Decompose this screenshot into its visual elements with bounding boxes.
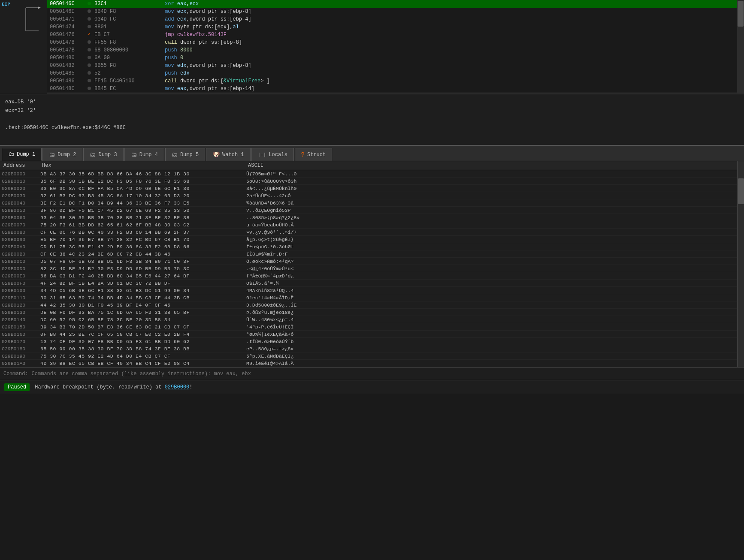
locals-icon: |-| [258, 152, 266, 157]
mem-row-hex: 75 30 7C 35 45 92 E2 4D 64 D0 E4 CB C7 C… [39, 352, 245, 360]
disasm-dot [86, 39, 93, 46]
disasm-row[interactable]: 00501480 6A 00 push 0 [47, 54, 737, 62]
flow-lines-svg [17, 0, 47, 94]
disasm-hex: 8801 [93, 23, 161, 31]
disasm-row[interactable]: 00501476 ^ EB C7 jmp cwlkewfbz.50143F [47, 31, 737, 39]
memory-row[interactable]: 029B00B0 CF CE 38 4C 23 24 BE 6D CC 72 0… [0, 250, 737, 258]
disasm-hex: EB C7 [93, 31, 161, 39]
disasm-hex: 8B45 EC [93, 85, 161, 93]
disasm-hex: FF15 5C405100 [93, 77, 161, 85]
mem-row-ascii: D.Ðd5800±ðE9¿..ÍE [245, 301, 737, 309]
mem-row-ascii: ..8035»;p8»q?¿2¿8» [245, 214, 737, 221]
mem-row-hex: CF CE 38 4C 23 24 BE 6D CC 72 0B 44 3B 4… [39, 250, 245, 258]
memory-row[interactable]: 029B0110 30 31 65 63 B9 74 34 BB 4D 34 B… [0, 294, 737, 301]
mem-row-ascii: eP..580¿p=.t>¿8» [245, 345, 737, 352]
mem-row-addr: 029B0120 [0, 301, 39, 309]
disasm-row[interactable]: 00501486 FF15 5C405100 call dword ptr ds… [47, 77, 737, 85]
memory-row[interactable]: 029B0010 35 6F DB 38 1B BE E2 DC F3 D5 F… [0, 178, 737, 185]
mem-row-addr: 029B00C0 [0, 258, 39, 265]
mem-row-ascii: å¿p.6ç»t(2ü½gÈ±} [245, 236, 737, 243]
tab-dump4[interactable]: 🗂 Dump 4 [124, 148, 164, 161]
disasm-row[interactable]: 00501485 52 push edx [47, 69, 737, 77]
mem-row-hex: 82 3C 40 BF 34 B2 30 F3 D9 DD 6D BB D9 B… [39, 265, 245, 272]
mem-header-ascii: ASCII [248, 163, 734, 169]
disasm-row[interactable]: 00501482 8B55 F8 mov edx,dword ptr ss:[e… [47, 62, 737, 69]
status-link[interactable]: 029B0000 [165, 384, 190, 390]
eip-label: EIP [0, 1, 17, 8]
disasm-hscrollbar[interactable] [47, 93, 737, 94]
watch1-icon: 🐶 [212, 151, 220, 158]
disasm-vscrollbar[interactable] [737, 0, 744, 94]
memory-row[interactable]: 029B0090 E5 BF 70 14 36 E7 BB 74 28 32 F… [0, 236, 737, 243]
disasm-row[interactable]: 00501474 8801 mov byte ptr ds:[ecx],al [47, 23, 737, 31]
memory-row[interactable]: 029B0060 93 04 38 30 35 BB 3B 70 38 BB 7… [0, 214, 737, 221]
memory-row[interactable]: 029B00E0 66 BA C3 B1 F2 40 25 BB 60 34 B… [0, 272, 737, 280]
tab-struct[interactable]: ? Struct [295, 148, 333, 161]
memory-row[interactable]: 029B0070 75 20 F3 61 BB DD 62 65 61 62 6… [0, 221, 737, 229]
memory-row[interactable]: 029B0020 33 E0 3C 8A 0C BF FA B5 CA 4D D… [0, 185, 737, 192]
memory-row[interactable]: 029B0140 DC 60 57 95 02 6B BE 78 3C BF 7… [0, 316, 737, 323]
mem-row-hex: 3F 86 0D BF F0 B1 C7 45 D2 67 6E 69 F2 3… [39, 207, 245, 214]
command-input[interactable] [32, 371, 741, 377]
tab-dump2[interactable]: 🗂 Dump 2 [42, 148, 82, 161]
memory-row[interactable]: 029B0120 44 42 35 38 30 B1 F0 45 39 BF D… [0, 301, 737, 309]
memory-row[interactable]: 029B00D0 82 3C 40 BF 34 B2 30 F3 D9 DD 6… [0, 265, 737, 272]
mem-row-hex: D5 07 F8 6F 6B 63 BB D1 6D F3 3B 34 B9 7… [39, 258, 245, 265]
tab-locals[interactable]: |-| Locals [251, 148, 294, 161]
disasm-hex: 8B55 F8 [93, 62, 161, 69]
disasm-dot [86, 23, 93, 31]
mem-row-hex: 44 42 35 38 30 B1 F0 45 39 BF D4 0F CF 4… [39, 301, 245, 309]
disasm-dot [86, 15, 93, 23]
memory-row[interactable]: 029B0180 65 50 99 00 35 38 30 BF 70 3D B… [0, 345, 737, 352]
disasm-row[interactable]: 00501478 FF55 F8 call dword ptr ss:[ebp-… [47, 39, 737, 46]
tab-dump5[interactable]: 🗂 Dump 5 [165, 148, 205, 161]
memory-row[interactable]: 029B01A0 4D 39 B8 EC 65 CB EB CF 40 34 B… [0, 360, 737, 367]
memory-row[interactable]: 029B0150 B9 34 B3 70 2D 50 B7 E8 36 CE 6… [0, 323, 737, 331]
memory-row[interactable]: 029B0130 DE 0B F0 DF 33 BA 75 1C 6D 6A 6… [0, 309, 737, 316]
disasm-instr: mov edx,dword ptr ss:[ebp-8] [161, 62, 737, 69]
memory-row[interactable]: 029B0030 32 61 B3 DC 63 B3 45 3C 8A 17 1… [0, 192, 737, 199]
disasm-row-current[interactable]: 0050146C 33C1 xor eax,ecx [47, 0, 737, 8]
memory-row[interactable]: 029B0050 3F 86 0D BF F0 B1 C7 45 D2 67 6… [0, 207, 737, 214]
memory-row[interactable]: 029B0000 DB A3 37 30 35 6D BB D8 66 BA 4… [0, 170, 737, 178]
disasm-instr: mov eax,dword ptr ss:[ebp-14] [161, 85, 737, 93]
memory-row[interactable]: 029B00A0 CD B1 75 3C B5 F1 47 2D B9 30 8… [0, 243, 737, 250]
memory-row[interactable]: 029B0040 BE F2 E1 DC F1 D0 34 B9 44 36 3… [0, 199, 737, 207]
dump4-icon: 🗂 [131, 151, 137, 158]
tab-watch1[interactable]: 🐶 Watch 1 [206, 148, 250, 161]
mem-row-ascii: O$ÍÅ5.ä°=.¼ [245, 280, 737, 287]
disasm-panel: EIP 0050146C 33C1 xor eax,ecx 0050146E 8… [0, 0, 744, 94]
mem-row-hex: CF CE 0C 76 BB 0C 40 33 F2 B3 60 14 BB 6… [39, 229, 245, 236]
memory-row[interactable]: 029B0160 0F B8 44 25 BE 7C CF 65 58 CB C… [0, 331, 737, 338]
memory-row[interactable]: 029B00C0 D5 07 F8 6F 6B 63 BB D1 6D F3 3… [0, 258, 737, 265]
disasm-addr: 00501478 [47, 39, 86, 46]
memory-row[interactable]: 029B0190 75 30 7C 35 45 92 E2 4D 64 D0 E… [0, 352, 737, 360]
memory-vscrollbar[interactable] [737, 161, 744, 367]
disasm-row[interactable]: 0050147B 68 00800000 push 8000 [47, 46, 737, 54]
disasm-addr: 0050147B [47, 46, 86, 54]
mem-row-ascii: 3à<...¿úµÊMÙknlñ0 [245, 185, 737, 192]
mem-row-ascii: Í±u<µñG-¹0.3òhØf [245, 243, 737, 250]
status-bar: Paused Hardware breakpoint (byte, read/w… [0, 380, 744, 394]
disasm-addr: 0050146C [47, 0, 86, 8]
memory-row[interactable]: 029B00F0 4F 24 8D BF 1B E4 BA 3D 01 BC 3… [0, 280, 737, 287]
mem-row-hex: CD B1 75 3C B5 F1 47 2D B9 30 8A 33 F2 6… [39, 243, 245, 250]
tabs-row: 🗂 Dump 1 🗂 Dump 2 🗂 Dump 3 🗂 Dump 4 🗂 Du… [0, 146, 744, 161]
disasm-row[interactable]: 0050146E 8B4D F8 mov ecx,dword ptr ss:[e… [47, 8, 737, 15]
tab-dump3[interactable]: 🗂 Dump 3 [83, 148, 123, 161]
memory-row[interactable]: 029B0100 34 4D C5 6B 6E 6C F1 38 32 61 B… [0, 287, 737, 294]
mem-row-hex: 93 04 38 30 35 BB 3B 70 38 BB 71 3F BF 3… [39, 214, 245, 221]
mem-row-addr: 029B0010 [0, 178, 39, 185]
mem-row-hex: BE F2 E1 DC F1 D0 34 B9 44 36 33 BE 36 F… [39, 199, 245, 207]
memory-row[interactable]: 029B0080 CF CE 0C 76 BB 0C 40 33 F2 B3 6… [0, 229, 737, 236]
mem-row-ascii: °øD%¾|ÏeXËÇàÂà+ô [245, 331, 737, 338]
disasm-hex: 8B4D F8 [93, 8, 161, 15]
memory-table-wrap[interactable]: Address Hex ASCII 029B0000 DB A3 37 30 3… [0, 161, 737, 367]
mem-row-hex: 75 20 F3 61 BB DD 62 65 61 62 6F BB 48 3… [39, 221, 245, 229]
mem-header-address: Address [3, 163, 42, 169]
dump3-icon: 🗂 [90, 151, 96, 158]
disasm-row[interactable]: 00501471 034D FC add ecx,dword ptr ss:[e… [47, 15, 737, 23]
memory-row[interactable]: 029B0170 13 74 CF DF 30 07 F8 BB D0 65 F… [0, 338, 737, 345]
disasm-row[interactable]: 0050148C 8B45 EC mov eax,dword ptr ss:[e… [47, 85, 737, 93]
tab-dump1[interactable]: 🗂 Dump 1 [2, 148, 42, 161]
